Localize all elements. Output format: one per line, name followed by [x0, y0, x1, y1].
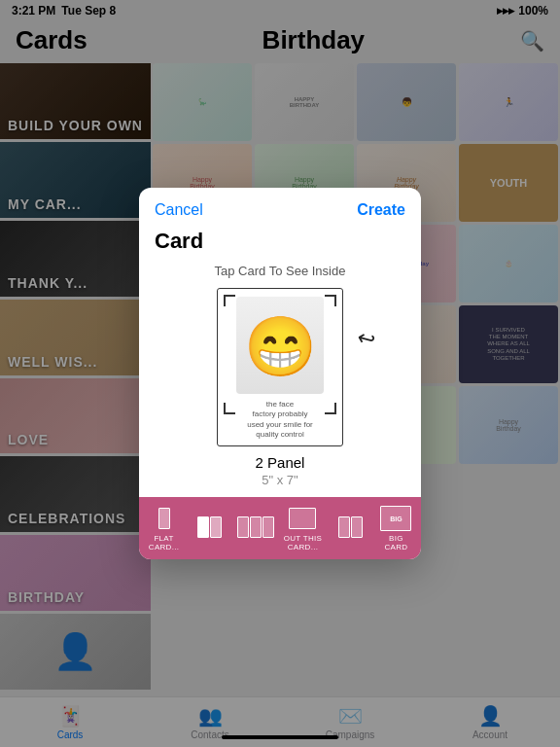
modal-title: Card	[139, 229, 421, 264]
card-preview[interactable]: 😁 the facefactory probablyused your smil…	[217, 288, 343, 447]
selector-big-card[interactable]: BIG BIGCARD	[378, 505, 413, 551]
modal-overlay: Cancel Create Card Tap Card To See Insid…	[0, 0, 560, 747]
create-button[interactable]: Create	[357, 201, 405, 219]
2panel-icon	[192, 514, 228, 541]
selector-strip: FLATCARD...	[139, 497, 421, 559]
big-card-label: BIGCARD	[384, 534, 407, 551]
corner-br	[325, 403, 336, 414]
preview-caption: the facefactory probablyused your smile …	[247, 400, 313, 441]
card-modal: Cancel Create Card Tap Card To See Insid…	[139, 188, 421, 560]
selector-flat-card[interactable]: FLATCARD...	[147, 505, 182, 551]
corner-tl	[224, 295, 235, 306]
tap-hint: Tap Card To See Inside	[139, 264, 421, 278]
selector-4panel[interactable]	[332, 514, 368, 543]
4panel-icon	[332, 514, 368, 541]
3panel-icon	[238, 514, 273, 541]
arrow-icon: ↩	[355, 325, 378, 354]
cancel-button[interactable]: Cancel	[155, 201, 203, 219]
selector-2panel[interactable]	[192, 514, 228, 543]
selector-3panel[interactable]	[238, 514, 273, 543]
flat-card-label: FLATCARD...	[149, 534, 179, 551]
corner-tr	[325, 295, 336, 306]
out-card-label: OUT THISCARD...	[284, 534, 322, 551]
size-info: 5" x 7"	[139, 473, 421, 487]
face-emoji: 😁	[244, 318, 317, 376]
panel-info: 2 Panel	[139, 454, 421, 471]
big-card-icon: BIG	[378, 505, 413, 532]
corner-bl	[224, 403, 235, 414]
out-card-icon	[285, 505, 320, 532]
preview-face-image: 😁	[236, 297, 324, 394]
selector-out-card[interactable]: OUT THISCARD...	[284, 505, 322, 551]
modal-header: Cancel Create	[139, 188, 421, 229]
flat-card-icon	[147, 505, 182, 532]
